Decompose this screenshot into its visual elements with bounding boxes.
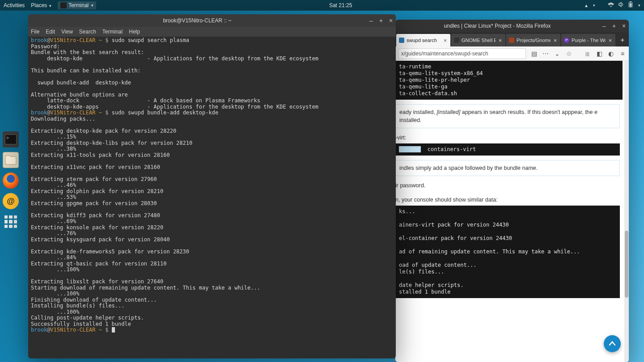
dock <box>3 131 19 230</box>
maximize-button[interactable]: + <box>376 17 386 24</box>
favicon-icon <box>399 38 404 43</box>
firefox-title: undles | Clear Linux* Project - Mozilla … <box>395 23 599 29</box>
volume-icon[interactable] <box>619 2 624 8</box>
tab-close-icon[interactable]: × <box>498 34 503 46</box>
more-icon[interactable]: ⋯ <box>542 50 549 57</box>
chevron-up-icon <box>608 340 616 348</box>
scroll-top-button[interactable] <box>604 335 621 352</box>
dock-apps-grid[interactable] <box>3 214 19 230</box>
notifications-dropdown[interactable]: ▾ <box>593 3 595 8</box>
favicon-icon <box>454 38 459 43</box>
terminal-title: brook@V15Nitro-CLEAR :: ~ <box>28 17 366 24</box>
favicon-icon <box>509 38 514 43</box>
dock-firefox[interactable] <box>3 173 19 189</box>
firefox-icon <box>7 175 15 183</box>
new-tab-button[interactable]: + <box>616 34 629 46</box>
network-icon[interactable] <box>608 2 614 8</box>
menu-view[interactable]: View <box>61 29 73 35</box>
tab-close-icon[interactable]: × <box>608 34 613 46</box>
terminal-icon <box>60 2 67 8</box>
hamburger-icon[interactable]: ≡ <box>619 50 626 57</box>
menu-search[interactable]: Search <box>79 29 96 35</box>
menu-help[interactable]: Help <box>129 29 140 35</box>
places-menu[interactable]: Places ▾ <box>31 2 51 8</box>
bookmark-icon[interactable]: ☆ <box>565 50 572 57</box>
firefox-titlebar[interactable]: undles | Clear Linux* Project - Mozilla … <box>395 20 629 32</box>
terminal-window: brook@V15Nitro-CLEAR :: ~ – + × File Edi… <box>28 14 396 358</box>
folder-icon <box>5 155 17 165</box>
tab-label: Purple - The Worl <box>572 38 606 43</box>
dock-terminal[interactable] <box>3 131 19 147</box>
menu-file[interactable]: File <box>31 29 39 35</box>
reader-icon[interactable]: ▤ <box>530 50 538 57</box>
firefox-page[interactable]: ta-runtime ta-qemu-lite-system-x86_64 ta… <box>395 61 629 362</box>
clock[interactable]: Sat 21:25 <box>96 2 585 8</box>
address-bar[interactable]: x/guides/maintenance/swupd-search <box>398 48 526 59</box>
tab-gnome-shell[interactable]: GNOME Shell Exten × <box>451 34 505 46</box>
pocket-icon[interactable]: ⌄ <box>554 50 561 57</box>
terminal-menubar: File Edit View Search Terminal Help <box>28 27 396 37</box>
favicon-icon: P <box>564 38 569 43</box>
system-dropdown[interactable]: ▾ <box>638 3 640 8</box>
minimize-button[interactable]: – <box>599 22 609 29</box>
notifications-icon[interactable]: ▴ <box>585 2 588 8</box>
grid-icon <box>4 215 17 228</box>
tab-label: GNOME Shell Exten <box>462 38 496 43</box>
menu-edit[interactable]: Edit <box>46 29 55 35</box>
scrollbar[interactable] <box>624 61 629 362</box>
url-toolbar: x/guides/maintenance/swupd-search ▤ ⋯ ⌄ … <box>395 46 629 61</box>
activities-button[interactable]: Activities <box>4 2 25 8</box>
svg-rect-2 <box>630 3 632 7</box>
terminal-icon <box>5 135 17 144</box>
tab-swupd-search[interactable]: swupd search × <box>396 34 450 46</box>
battery-icon[interactable] <box>628 1 633 9</box>
text-line: ir password. <box>395 182 623 189</box>
tab-strip: swupd search × GNOME Shell Exten × Proje… <box>395 32 629 46</box>
close-button[interactable]: × <box>386 17 396 24</box>
extension-icon[interactable]: ◐ <box>607 50 614 57</box>
sidebar-icon[interactable]: ◧ <box>596 50 603 57</box>
note-box: indles simply add a space followed by th… <box>395 160 620 176</box>
dock-email[interactable] <box>3 193 19 209</box>
menu-terminal[interactable]: Terminal <box>102 29 123 35</box>
text-line: n, your console should show similar data… <box>395 197 623 203</box>
maximize-button[interactable]: + <box>609 22 619 29</box>
app-menu-terminal[interactable]: Terminal ▾ <box>58 1 96 9</box>
code-block: ta-runtime ta-qemu-lite-system-x86_64 ta… <box>395 61 623 100</box>
dock-files[interactable] <box>3 152 19 168</box>
terminal-titlebar[interactable]: brook@V15Nitro-CLEAR :: ~ – + × <box>28 14 396 27</box>
tab-projects[interactable]: Projects/GnomeSh × <box>506 34 560 46</box>
code-block: le-add containers-virt <box>395 143 620 156</box>
svg-rect-1 <box>630 1 631 2</box>
note-box: eady installed, [installed] appears in s… <box>395 104 620 128</box>
tab-label: swupd search <box>407 38 441 43</box>
tab-purple[interactable]: P Purple - The Worl × <box>561 34 615 46</box>
close-button[interactable]: × <box>619 22 629 29</box>
tab-close-icon[interactable]: × <box>553 34 558 46</box>
firefox-window: undles | Clear Linux* Project - Mozilla … <box>395 20 629 362</box>
tab-label: Projects/GnomeSh <box>517 38 551 43</box>
library-icon[interactable]: ⫼ <box>584 50 591 57</box>
minimize-button[interactable]: – <box>366 17 376 24</box>
text-line: -virt: <box>395 135 623 141</box>
code-block: ks... ainers-virt pack for version 24430… <box>395 206 620 298</box>
tab-close-icon[interactable]: × <box>443 34 448 46</box>
terminal-output[interactable]: brook@V15Nitro-CLEAR ~ $ sudo swupd sear… <box>28 37 396 358</box>
topbar: Activities Places ▾ Terminal ▾ Sat 21:25… <box>0 0 644 11</box>
